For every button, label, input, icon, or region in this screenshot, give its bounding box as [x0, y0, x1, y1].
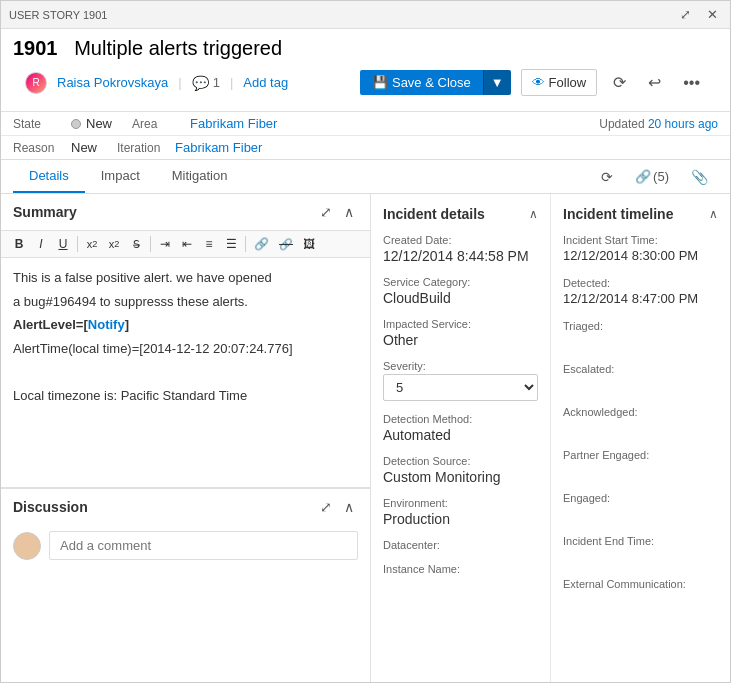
link-count: (5) — [653, 169, 669, 184]
triaged-item: Triaged: — [563, 320, 718, 349]
summary-line-3: AlertLevel=[Notify] — [13, 315, 358, 335]
subscript-button[interactable]: x2 — [82, 236, 102, 252]
tab-icons: ⟳ 🔗 (5) 📎 — [591, 163, 718, 191]
add-tag-link[interactable]: Add tag — [243, 75, 288, 90]
created-date-value: 12/12/2014 8:44:58 PM — [383, 248, 538, 264]
tab-impact[interactable]: Impact — [85, 160, 156, 193]
comment-area — [1, 525, 370, 566]
tab-details[interactable]: Details — [13, 160, 85, 193]
underline-button[interactable]: U — [53, 235, 73, 253]
end-time-label: Incident End Time: — [563, 535, 718, 547]
severity-select[interactable]: 5 1 2 3 4 — [383, 374, 538, 401]
escalated-value — [563, 377, 718, 392]
title-bar-label: USER STORY 1901 — [9, 9, 107, 21]
start-time-label: Incident Start Time: — [563, 234, 718, 246]
acknowledged-item: Acknowledged: — [563, 406, 718, 435]
follow-button[interactable]: 👁 Follow — [521, 69, 598, 96]
refresh-button[interactable]: ⟳ — [607, 68, 632, 97]
superscript-button[interactable]: x2 — [104, 236, 124, 252]
environment-value: Production — [383, 511, 538, 527]
external-comm-item: External Communication: — [563, 578, 718, 607]
reason-field: Reason New — [13, 140, 97, 155]
acknowledged-label: Acknowledged: — [563, 406, 718, 418]
updated-time-link[interactable]: 20 hours ago — [648, 117, 718, 131]
state-value[interactable]: New — [71, 116, 112, 131]
summary-header: Summary ⤢ ∧ — [1, 194, 370, 231]
content-area: Summary ⤢ ∧ B I U x2 x2 S̶ ⇥ ⇤ ≡ ☰ — [1, 194, 730, 683]
save-label: Save & Close — [392, 75, 471, 90]
comment-button[interactable]: 💬 1 — [192, 75, 220, 91]
save-dropdown-button[interactable]: ▼ — [483, 70, 511, 95]
state-label: State — [13, 117, 63, 131]
incident-timeline-panel: Incident timeline ∧ Incident Start Time:… — [551, 194, 730, 683]
impacted-service-item: Impacted Service: Other — [383, 318, 538, 348]
outdent-button[interactable]: ⇤ — [177, 235, 197, 253]
state-dot — [71, 119, 81, 129]
links-badge[interactable]: 🔗 (5) — [625, 163, 679, 190]
close-button[interactable]: ✕ — [703, 5, 722, 24]
summary-line-4: AlertTime(local time)=[2014-12-12 20:07:… — [13, 339, 358, 359]
state-text: New — [86, 116, 112, 131]
unlink-button[interactable]: 🔗 — [275, 236, 297, 253]
italic-button[interactable]: I — [31, 235, 51, 253]
comment-icon: 💬 — [192, 75, 209, 91]
ordered-list-button[interactable]: ≡ — [199, 235, 219, 253]
link-button[interactable]: 🔗 — [250, 235, 273, 253]
partner-engaged-value — [563, 463, 718, 478]
incident-timeline-collapse[interactable]: ∧ — [709, 207, 718, 221]
reason-value[interactable]: New — [71, 140, 97, 155]
area-value[interactable]: Fabrikam Fiber — [190, 116, 277, 131]
iteration-field: Iteration Fabrikam Fiber — [117, 140, 262, 155]
unordered-list-button[interactable]: ☰ — [221, 235, 241, 253]
created-date-label: Created Date: — [383, 234, 538, 246]
iteration-value[interactable]: Fabrikam Fiber — [175, 140, 262, 155]
incident-details-collapse[interactable]: ∧ — [529, 207, 538, 221]
assignee-link[interactable]: Raisa Pokrovskaya — [57, 75, 168, 90]
triaged-label: Triaged: — [563, 320, 718, 332]
maximize-button[interactable]: ⤢ — [676, 5, 695, 24]
updated-text: Updated — [599, 117, 644, 131]
incident-details-title: Incident details — [383, 206, 485, 222]
triaged-value — [563, 334, 718, 349]
engaged-label: Engaged: — [563, 492, 718, 504]
discussion-collapse-button[interactable]: ∧ — [340, 497, 358, 517]
incident-details-panel: Incident details ∧ Created Date: 12/12/2… — [371, 194, 551, 683]
bold-button[interactable]: B — [9, 235, 29, 253]
style-button[interactable]: S̶ — [126, 236, 146, 253]
incident-timeline-title: Incident timeline — [563, 206, 673, 222]
image-button[interactable]: 🖼 — [299, 235, 319, 253]
summary-expand-button[interactable]: ⤢ — [316, 202, 336, 222]
comment-count: 1 — [213, 75, 220, 90]
comment-input[interactable] — [49, 531, 358, 560]
editor-sep-1 — [77, 236, 78, 252]
title-bar: USER STORY 1901 ⤢ ✕ — [1, 1, 730, 29]
summary-text-area[interactable]: This is a false positive alert. we have … — [1, 258, 370, 488]
editor-toolbar: B I U x2 x2 S̶ ⇥ ⇤ ≡ ☰ 🔗 🔗 🖼 — [1, 231, 370, 258]
more-button[interactable]: ••• — [677, 69, 706, 97]
start-time-value: 12/12/2014 8:30:00 PM — [563, 248, 718, 263]
attachment-icon[interactable]: 📎 — [681, 163, 718, 191]
undo-button[interactable]: ↩ — [642, 68, 667, 97]
save-close-button[interactable]: 💾 Save & Close — [360, 70, 483, 95]
reason-label: Reason — [13, 141, 63, 155]
indent-button[interactable]: ⇥ — [155, 235, 175, 253]
instance-name-label: Instance Name: — [383, 563, 538, 575]
editor-sep-3 — [245, 236, 246, 252]
incident-details-header: Incident details ∧ — [383, 206, 538, 222]
detected-item: Detected: 12/12/2014 8:47:00 PM — [563, 277, 718, 306]
environment-label: Environment: — [383, 497, 538, 509]
engaged-value — [563, 506, 718, 521]
fields-row-1: State New Area Fabrikam Fiber Updated 20… — [1, 112, 730, 136]
notify-text: Notify — [88, 317, 125, 332]
discussion-section: Discussion ⤢ ∧ — [1, 488, 370, 566]
history-icon[interactable]: ⟳ — [591, 163, 623, 191]
discussion-expand-button[interactable]: ⤢ — [316, 497, 336, 517]
service-category-label: Service Category: — [383, 276, 538, 288]
save-button-group: 💾 Save & Close ▼ — [360, 70, 511, 95]
severity-label: Severity: — [383, 360, 538, 372]
tab-mitigation[interactable]: Mitigation — [156, 160, 244, 193]
discussion-title: Discussion — [13, 499, 88, 515]
detection-source-value: Custom Monitoring — [383, 469, 538, 485]
summary-title: Summary — [13, 204, 77, 220]
summary-collapse-button[interactable]: ∧ — [340, 202, 358, 222]
